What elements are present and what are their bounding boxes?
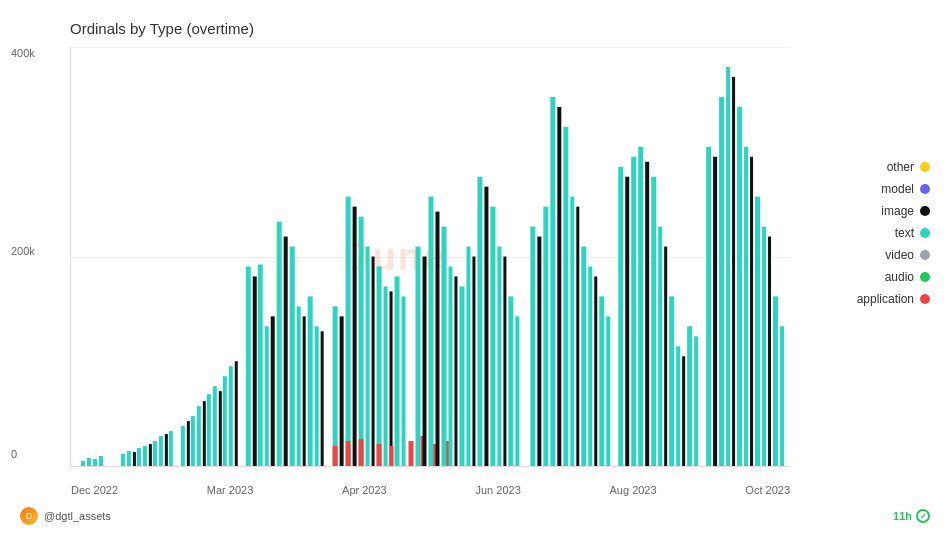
x-label-dec22: Dec 2022: [71, 484, 118, 496]
svg-rect-15: [187, 421, 190, 466]
svg-rect-23: [229, 366, 233, 466]
svg-rect-29: [271, 316, 275, 466]
svg-rect-51: [346, 441, 351, 466]
svg-rect-102: [706, 147, 711, 466]
svg-rect-47: [390, 291, 393, 466]
legend-item-other: other: [857, 160, 930, 174]
svg-rect-98: [676, 346, 680, 466]
svg-rect-103: [713, 157, 717, 466]
svg-rect-27: [258, 264, 263, 466]
legend-dot-image: [920, 206, 930, 216]
verified-icon: ✓: [916, 509, 930, 523]
svg-rect-62: [435, 212, 439, 466]
footer-attribution: D @dgtl_assets: [20, 507, 111, 525]
svg-rect-89: [618, 167, 623, 466]
svg-rect-10: [153, 441, 157, 466]
x-label-jun23: Jun 2023: [475, 484, 520, 496]
svg-rect-7: [137, 448, 141, 466]
svg-rect-78: [543, 207, 548, 466]
svg-rect-69: [477, 177, 482, 466]
svg-rect-68: [472, 257, 475, 467]
svg-rect-9: [149, 444, 152, 466]
svg-rect-45: [377, 266, 382, 466]
svg-rect-111: [762, 227, 766, 466]
svg-rect-11: [159, 436, 163, 466]
svg-rect-91: [631, 157, 636, 466]
legend-item-image: image: [857, 204, 930, 218]
x-axis-labels: Dec 2022 Mar 2023 Apr 2023 Jun 2023 Aug …: [71, 484, 790, 496]
legend-label-image: image: [881, 204, 914, 218]
svg-rect-17: [197, 406, 201, 466]
svg-rect-80: [557, 107, 561, 466]
x-label-apr23: Apr 2023: [342, 484, 387, 496]
svg-rect-101: [694, 336, 698, 466]
svg-rect-64: [448, 266, 452, 466]
svg-rect-92: [638, 147, 643, 466]
svg-rect-35: [308, 296, 313, 466]
legend-item-application: application: [857, 292, 930, 306]
x-label-oct23: Oct 2023: [745, 484, 790, 496]
svg-rect-73: [503, 257, 506, 467]
svg-rect-48: [395, 276, 400, 466]
svg-rect-87: [599, 296, 604, 466]
svg-rect-30: [277, 222, 282, 466]
svg-rect-24: [235, 361, 238, 466]
y-label-400k: 400k: [11, 47, 35, 59]
y-axis-labels: 400k 200k 0: [11, 47, 35, 466]
svg-rect-37: [321, 331, 324, 466]
legend-label-audio: audio: [885, 270, 914, 284]
svg-rect-21: [219, 391, 222, 466]
svg-rect-107: [737, 107, 742, 466]
legend-dot-audio: [920, 272, 930, 282]
x-label-mar23: Mar 2023: [207, 484, 253, 496]
chart-area: 400k 200k 0 Dune: [70, 47, 790, 467]
y-label-0: 0: [11, 448, 35, 460]
svg-rect-12: [165, 434, 168, 466]
svg-rect-18: [203, 401, 206, 466]
footer-timestamp: 11h ✓: [893, 509, 930, 523]
svg-rect-84: [581, 247, 586, 466]
svg-rect-36: [315, 326, 319, 466]
svg-rect-6: [133, 452, 136, 466]
svg-rect-63: [441, 227, 446, 466]
svg-rect-4: [121, 454, 125, 466]
svg-rect-44: [372, 257, 375, 467]
legend-label-video: video: [885, 248, 914, 262]
svg-rect-8: [143, 446, 147, 466]
svg-rect-33: [297, 306, 301, 466]
svg-rect-55: [409, 441, 414, 466]
legend-dot-model: [920, 184, 930, 194]
svg-rect-99: [682, 356, 685, 466]
svg-rect-20: [213, 386, 217, 466]
svg-rect-41: [353, 207, 357, 466]
svg-rect-105: [726, 67, 730, 466]
svg-rect-46: [384, 286, 388, 466]
svg-rect-81: [563, 127, 568, 466]
chart-container: Ordinals by Type (overtime) 400k 200k 0 …: [0, 0, 950, 533]
svg-rect-14: [181, 426, 185, 466]
svg-rect-104: [719, 97, 724, 466]
svg-rect-94: [651, 177, 656, 466]
legend-dot-text: [920, 228, 930, 238]
svg-rect-90: [625, 177, 629, 466]
svg-rect-106: [732, 77, 735, 466]
svg-rect-5: [127, 451, 131, 466]
time-ago: 11h: [893, 510, 912, 522]
svg-rect-40: [346, 197, 351, 466]
svg-rect-93: [645, 162, 649, 466]
svg-rect-13: [169, 431, 173, 466]
svg-rect-31: [284, 237, 288, 466]
bars-chart: [71, 47, 790, 466]
svg-rect-34: [303, 316, 306, 466]
legend-dot-other: [920, 162, 930, 172]
svg-rect-0: [81, 461, 85, 466]
svg-rect-19: [207, 394, 211, 466]
svg-rect-28: [265, 326, 269, 466]
svg-rect-88: [606, 316, 610, 466]
svg-rect-100: [687, 326, 692, 466]
x-label-aug23: Aug 2023: [610, 484, 657, 496]
footer: D @dgtl_assets 11h ✓: [20, 507, 930, 525]
legend-item-model: model: [857, 182, 930, 196]
svg-rect-2: [93, 459, 97, 466]
svg-rect-71: [490, 207, 495, 466]
